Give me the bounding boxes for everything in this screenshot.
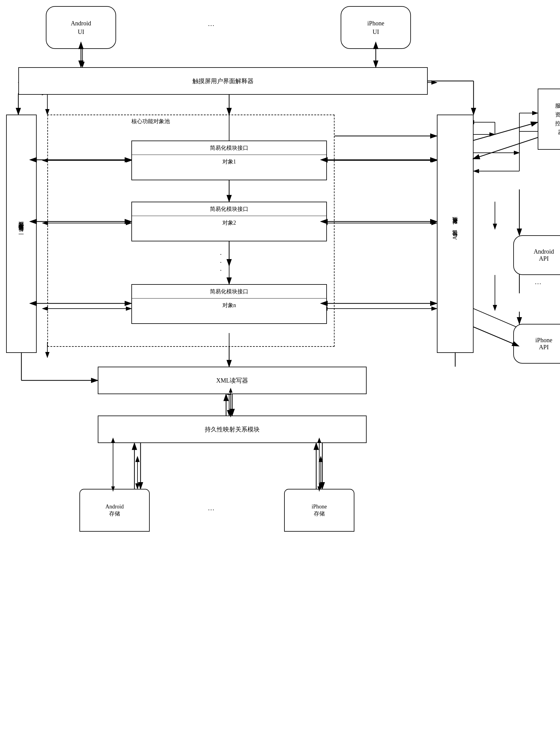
iphone-api-box: iPhoneAPI bbox=[513, 324, 560, 363]
android-api-label: AndroidAPI bbox=[534, 248, 554, 262]
moduleN-box: 简易化模块接口 对象n bbox=[132, 284, 327, 324]
iphone-ui-box: iPhoneUI bbox=[341, 6, 411, 49]
android-storage-box: Android存储 bbox=[79, 489, 150, 532]
module2-top-label: 简易化模块接口 bbox=[132, 202, 326, 216]
touch-screen-box: 触摸屏用户界面解释器 bbox=[18, 67, 428, 95]
diagram-container: AndroidUI iPhoneUI … 触摸屏用户界面解释器 一般化消息服务调… bbox=[0, 0, 560, 755]
xml-rw-box: XML读写器 bbox=[98, 367, 367, 394]
android-ui-box: AndroidUI bbox=[46, 6, 116, 49]
lightweight-api-label: 轻量API对象封装集 bbox=[451, 226, 459, 241]
persistent-iphone-arrow bbox=[315, 442, 324, 491]
moduleN-bottom-label: 对象n bbox=[132, 299, 326, 312]
module2-box: 简易化模块接口 对象2 bbox=[132, 202, 327, 241]
android-storage-label: Android存储 bbox=[105, 503, 124, 517]
xml-persistent-arrow bbox=[226, 393, 235, 417]
service-controller-box: 服务资源控制器 bbox=[538, 88, 560, 150]
iphone-api-label: iPhoneAPI bbox=[535, 337, 552, 351]
xml-rw-label: XML读写器 bbox=[216, 376, 248, 385]
dots-modules: · · · bbox=[220, 251, 223, 274]
svg-line-66 bbox=[473, 138, 538, 159]
persistent-android-arrow bbox=[108, 442, 118, 491]
persistent-mapping-label: 持久性映射关系模块 bbox=[205, 425, 260, 434]
module1-top-label: 简易化模块接口 bbox=[132, 141, 326, 155]
persistent-mapping-box: 持久性映射关系模块 bbox=[98, 416, 367, 443]
android-api-box: AndroidAPI bbox=[513, 235, 560, 275]
iphone-storage-label: iPhone存储 bbox=[312, 503, 327, 517]
svg-line-83 bbox=[474, 327, 513, 344]
iphone-ui-label: iPhoneUI bbox=[367, 19, 384, 36]
dots-apis: … bbox=[535, 278, 543, 286]
general-scheduler-box: 一般化消息服务调度器 bbox=[6, 115, 37, 353]
svg-line-65 bbox=[473, 122, 538, 141]
module1-bottom-label: 对象1 bbox=[132, 155, 326, 168]
module1-box: 简易化模块接口 对象1 bbox=[132, 141, 327, 180]
dots-top: … bbox=[208, 20, 216, 28]
service-controller-label: 服务资源控制器 bbox=[555, 101, 560, 137]
module2-bottom-label: 对象2 bbox=[132, 216, 326, 230]
android-ui-label: AndroidUI bbox=[71, 19, 91, 36]
dots-storages: … bbox=[208, 504, 216, 512]
iphone-storage-box: iPhone存储 bbox=[284, 489, 354, 532]
general-scheduler-label: 一般化消息服务调度器 bbox=[17, 231, 25, 237]
core-pool-label: 核心功能对象池 bbox=[132, 118, 170, 125]
touch-screen-label: 触摸屏用户界面解释器 bbox=[193, 77, 254, 85]
lightweight-api-box: 轻量API对象封装集 bbox=[437, 115, 474, 353]
moduleN-top-label: 简易化模块接口 bbox=[132, 285, 326, 299]
